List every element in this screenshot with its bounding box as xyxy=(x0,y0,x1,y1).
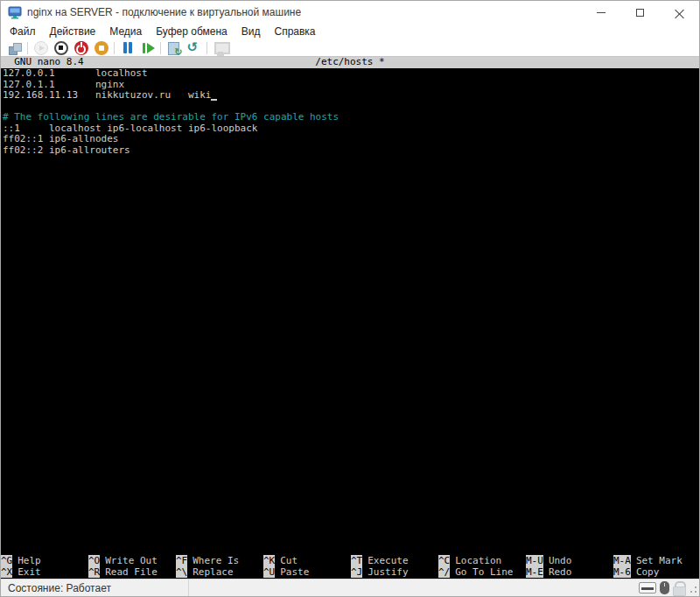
save-button[interactable] xyxy=(91,39,111,56)
close-button[interactable] xyxy=(660,1,699,24)
vm-display-terminal[interactable]: GNU nano 8.4 /etc/hosts * 127.0.0.1 loca… xyxy=(1,57,699,579)
start-button xyxy=(31,39,51,56)
nano-shortcuts-row-2: ^XExit^RRead File^\Replace^UPaste^JJusti… xyxy=(1,567,699,579)
toolbar-separator xyxy=(160,42,161,54)
start-icon xyxy=(34,41,48,55)
shortcut-label: Replace xyxy=(192,566,233,578)
checkpoint-icon xyxy=(167,41,181,55)
menu-item-action[interactable]: Действие xyxy=(43,25,103,38)
terminal-line-text: 127.0.0.1 localhost xyxy=(3,68,148,79)
shortcut-key: ^O xyxy=(88,555,100,566)
nano-shortcut: M-6Copy xyxy=(613,567,699,579)
vm-state-label: Состояние: Работает xyxy=(8,582,111,594)
enhanced-session-button xyxy=(210,39,230,56)
vmconnect-window: { "window": { "title": "nginx на SERVER … xyxy=(0,0,700,597)
nano-shortcut: M-ERedo xyxy=(526,567,613,579)
nano-shortcut: ^UPaste xyxy=(263,567,351,579)
keyboard-icon xyxy=(639,582,656,593)
toolbar-separator xyxy=(114,42,115,54)
lock-icon xyxy=(673,581,684,594)
shortcut-label: Redo xyxy=(549,566,572,578)
reset-button[interactable] xyxy=(137,39,158,56)
shortcut-label: Justify xyxy=(368,566,408,578)
shortcut-label: Where Is xyxy=(192,555,239,566)
text-cursor xyxy=(211,99,217,101)
shortcut-label: Undo xyxy=(549,555,572,566)
terminal-line-text: 192.168.11.13 nikkutuzov.ru wiki xyxy=(3,89,211,101)
close-icon xyxy=(675,8,684,18)
terminal-content: 127.0.0.1 localhost127.0.1.1 nginx192.16… xyxy=(1,68,699,556)
shortcut-label: Exit xyxy=(18,566,41,578)
turn-off-button[interactable] xyxy=(51,39,71,56)
menu-item-media[interactable]: Медиа xyxy=(102,25,149,38)
menu-item-file[interactable]: Файл xyxy=(3,25,43,38)
turn-off-icon xyxy=(54,41,68,55)
shortcut-key: M-E xyxy=(526,566,543,578)
toolbar-separator xyxy=(206,42,207,54)
terminal-line-text: ff02::2 ip6-allrouters xyxy=(3,144,130,156)
resize-grip[interactable] xyxy=(688,581,698,595)
shortcut-label: Copy xyxy=(636,566,660,578)
shortcut-key: ^R xyxy=(88,566,100,578)
shortcut-key: ^G xyxy=(1,555,12,566)
pause-icon xyxy=(121,41,135,55)
checkpoint-button[interactable] xyxy=(164,39,184,56)
nano-shortcut: ^/Go To Line xyxy=(438,567,526,579)
shortcut-key: ^\ xyxy=(176,566,187,578)
shut-down-button[interactable] xyxy=(71,39,91,56)
shortcut-key: ^J xyxy=(351,566,362,578)
nano-shortcut: ^RRead File xyxy=(88,567,176,579)
title-bar: nginx на SERVER - подключение к виртуаль… xyxy=(1,1,699,24)
menu-item-help[interactable]: Справка xyxy=(267,25,322,38)
toolbar xyxy=(1,39,699,57)
shortcut-label: Execute xyxy=(368,555,408,566)
revert-button[interactable] xyxy=(184,39,204,56)
nano-shortcut: ^GHelp xyxy=(1,556,88,567)
nano-shortcut: ^XExit xyxy=(1,567,88,579)
status-bar: Состояние: Работает xyxy=(1,579,699,596)
mouse-icon xyxy=(660,581,669,594)
shortcut-key: M-U xyxy=(526,555,543,566)
minimize-icon xyxy=(597,12,606,13)
terminal-line-text: ::1 localhost ip6-localhost ip6-loopback xyxy=(3,123,257,134)
shortcut-label: Help xyxy=(18,555,41,566)
ctrl-alt-del-icon xyxy=(8,41,22,55)
shortcut-label: Set Mark xyxy=(636,555,682,566)
shortcut-key: ^U xyxy=(263,566,275,578)
minimize-button[interactable] xyxy=(581,1,620,24)
shortcut-key: ^/ xyxy=(438,566,450,578)
toolbar-separator xyxy=(27,42,28,54)
nano-version: GNU nano 8.4 xyxy=(3,57,84,68)
shortcut-key: ^F xyxy=(176,555,187,566)
nano-shortcut: ^JJustify xyxy=(351,567,438,579)
reset-icon xyxy=(141,41,155,55)
pause-button[interactable] xyxy=(117,39,137,56)
shortcut-key: ^K xyxy=(263,555,275,566)
terminal-line-text: ff02::1 ip6-allnodes xyxy=(3,133,118,144)
window-title: nginx на SERVER - подключение к виртуаль… xyxy=(27,6,301,18)
nano-filename: /etc/hosts * xyxy=(315,57,384,68)
shortcut-key: ^X xyxy=(1,566,12,578)
shortcut-key: M-A xyxy=(613,555,631,566)
statusbar-icons xyxy=(639,581,684,594)
shortcut-label: Cut xyxy=(280,555,298,566)
hyper-v-app-icon xyxy=(8,5,22,19)
menu-bar: ФайлДействиеМедиаБуфер обменаВидСправка xyxy=(1,24,699,39)
enhanced-session-icon xyxy=(214,41,228,55)
shortcut-label: Go To Line xyxy=(455,566,513,578)
shortcut-key: ^T xyxy=(351,555,362,566)
menu-item-clipboard[interactable]: Буфер обмена xyxy=(149,25,234,38)
terminal-line-text: # The following lines are desirable for … xyxy=(3,111,339,123)
menu-item-view[interactable]: Вид xyxy=(234,25,268,38)
save-icon xyxy=(94,41,108,55)
status-section: Состояние: Работает xyxy=(1,579,189,596)
shortcut-label: Read File xyxy=(105,566,158,578)
shortcut-label: Write Out xyxy=(105,555,158,566)
shortcut-key: ^C xyxy=(438,555,450,566)
shortcut-label: Location xyxy=(455,555,501,566)
ctrl-alt-del-button[interactable] xyxy=(4,39,24,56)
shortcut-label: Paste xyxy=(280,566,309,578)
maximize-button[interactable] xyxy=(620,1,660,24)
maximize-icon xyxy=(636,9,644,17)
nano-title-bar: GNU nano 8.4 /etc/hosts * xyxy=(1,57,699,68)
